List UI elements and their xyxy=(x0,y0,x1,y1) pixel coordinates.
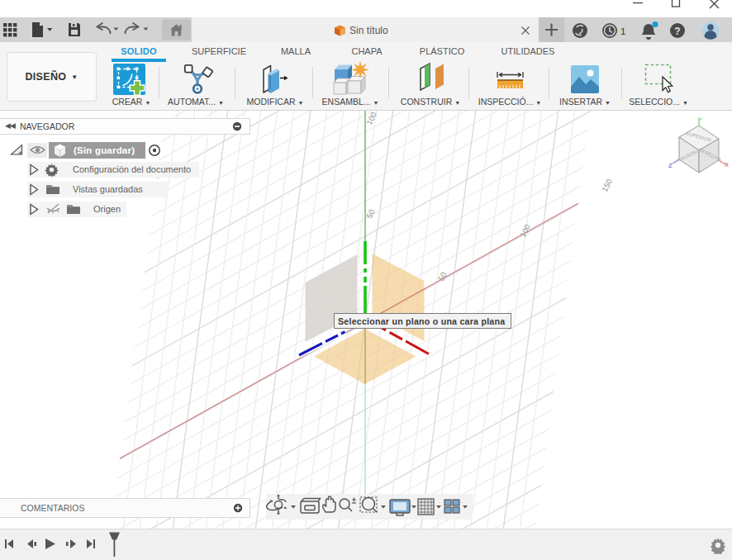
svg-text:1: 1 xyxy=(620,26,625,36)
svg-text:100: 100 xyxy=(518,223,532,239)
svg-text:150: 150 xyxy=(600,178,614,193)
svg-text:X: X xyxy=(725,161,729,168)
svg-text:Z: Z xyxy=(668,162,673,169)
svg-text:?: ? xyxy=(674,26,680,37)
